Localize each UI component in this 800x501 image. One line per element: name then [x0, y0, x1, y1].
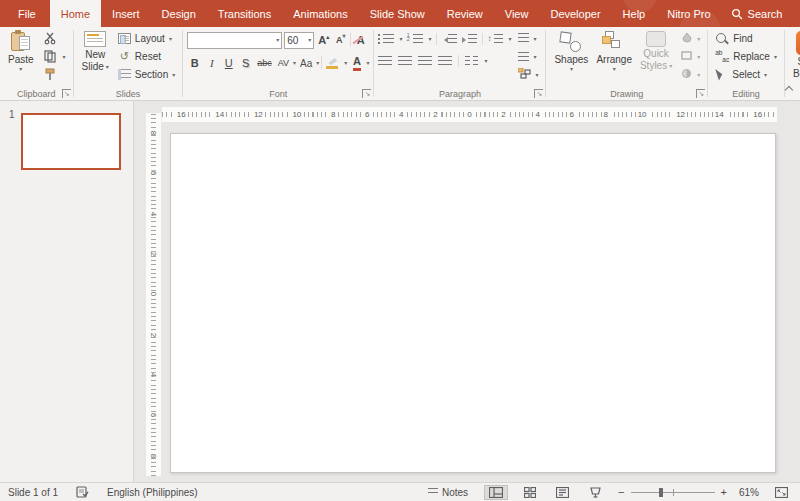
character-spacing-button[interactable]: AV	[276, 55, 291, 71]
tab-view[interactable]: View	[494, 0, 540, 27]
tab-home[interactable]: Home	[50, 0, 101, 27]
shapes-button[interactable]: Shapes ▾	[550, 30, 592, 73]
italic-button[interactable]: I	[204, 55, 219, 71]
text-direction-button[interactable]: ▾	[515, 30, 541, 47]
chevron-down-icon: ▾	[19, 66, 22, 72]
change-case-button[interactable]: Aa	[298, 55, 314, 71]
layout-button[interactable]: Layout ▾	[115, 30, 178, 47]
dialog-launcher-icon: ↘	[364, 90, 370, 97]
convert-to-smartart-button[interactable]: ▾	[515, 66, 541, 83]
slide-canvas[interactable]	[170, 133, 776, 473]
drawing-group-label: Drawing	[546, 89, 707, 99]
paste-button[interactable]: Paste ▾	[4, 30, 38, 73]
tab-insert[interactable]: Insert	[101, 0, 151, 27]
numbering-icon[interactable]	[413, 34, 423, 45]
align-text-button[interactable]: ▾	[515, 48, 541, 65]
replace-label: Replace	[733, 51, 770, 62]
slide-builder-button[interactable]: Qorus Slide Builder	[789, 30, 800, 81]
tab-developer[interactable]: Developer	[539, 0, 611, 27]
zoom-level[interactable]: 61%	[739, 487, 759, 498]
font-dialog-launcher[interactable]: ↘	[362, 89, 371, 98]
search-button[interactable]: Search	[722, 8, 792, 20]
drawing-dialog-launcher[interactable]: ↘	[696, 89, 705, 98]
language-indicator[interactable]: English (Philippines)	[107, 487, 198, 498]
line-spacing-icon[interactable]	[494, 34, 503, 45]
find-icon	[715, 32, 729, 46]
zoom-in-button[interactable]: +	[721, 487, 727, 497]
format-painter-button[interactable]	[40, 66, 69, 83]
tab-animations[interactable]: Animations	[282, 0, 358, 27]
section-button[interactable]: Section ▾	[115, 66, 178, 83]
strikethrough-button[interactable]: abc	[255, 55, 274, 71]
bullets-icon[interactable]	[383, 34, 394, 45]
section-icon	[118, 69, 131, 80]
shapes-label: Shapes	[554, 54, 588, 66]
vertical-ruler[interactable]: 864202468	[146, 113, 161, 476]
reset-button[interactable]: ↺ Reset	[115, 48, 178, 65]
group-slides: New Slide▾ Layout ▾ ↺ Reset Section ▾	[74, 27, 183, 100]
clipboard-dialog-launcher[interactable]: ↘	[62, 89, 71, 98]
font-name-combobox[interactable]: ▾	[187, 32, 282, 49]
align-text-icon	[518, 52, 529, 61]
select-button[interactable]: Select ▾	[712, 66, 780, 83]
shape-fill-button[interactable]: ▾	[678, 30, 703, 47]
notes-button[interactable]: Notes	[424, 486, 472, 499]
notes-label: Notes	[442, 487, 468, 498]
horizontal-ruler[interactable]: 1614121086420246810121416	[162, 107, 777, 122]
quick-styles-label-2: Styles	[640, 60, 667, 72]
slide-thumbnail-1[interactable]	[21, 113, 121, 170]
fit-to-window-button[interactable]	[771, 486, 792, 499]
normal-view-button[interactable]	[484, 485, 508, 500]
increase-font-size-button[interactable]: A▴	[316, 32, 331, 48]
bold-button[interactable]: B	[187, 55, 202, 71]
status-bar: Slide 1 of 1 English (Philippines) Notes	[0, 482, 800, 501]
decrease-indent-icon[interactable]	[448, 34, 457, 45]
slide-thumbnail-panel: 1	[0, 101, 134, 482]
font-size-combobox[interactable]: 60 ▾	[284, 32, 314, 49]
replace-button[interactable]: abac Replace ▾	[712, 48, 780, 65]
zoom-out-button[interactable]: −	[618, 487, 624, 497]
justify-icon[interactable]	[438, 56, 452, 67]
slide-sorter-view-button[interactable]	[520, 486, 540, 499]
shape-outline-button[interactable]: ▾	[678, 48, 703, 65]
increase-indent-icon[interactable]	[468, 34, 477, 45]
tab-review[interactable]: Review	[436, 0, 494, 27]
paragraph-dialog-launcher[interactable]: ↘	[534, 89, 543, 98]
clear-formatting-button[interactable]: A	[353, 32, 368, 48]
down-arrow-icon: ▾	[342, 33, 345, 39]
paste-icon	[11, 31, 30, 53]
underline-button[interactable]: U	[221, 55, 236, 71]
align-left-icon[interactable]	[378, 56, 392, 67]
align-right-icon[interactable]	[418, 56, 432, 67]
tab-transitions[interactable]: Transitions	[207, 0, 282, 27]
proofing-icon[interactable]	[72, 485, 93, 499]
arrange-button[interactable]: Arrange ▾	[592, 30, 636, 73]
zoom-slider-track[interactable]	[631, 492, 715, 493]
chevron-down-icon: ▾	[774, 54, 777, 60]
tab-design[interactable]: Design	[151, 0, 207, 27]
tab-nitro-pro[interactable]: Nitro Pro	[656, 0, 721, 27]
new-slide-button[interactable]: New Slide▾	[78, 30, 113, 74]
decrease-font-size-button[interactable]: A▾	[333, 32, 348, 48]
chevron-down-icon: ▾	[484, 58, 487, 64]
share-button[interactable]: Share	[795, 8, 800, 20]
section-label: Section	[135, 69, 168, 80]
columns-icon[interactable]	[465, 56, 478, 67]
cut-button[interactable]	[40, 30, 69, 47]
font-color-button[interactable]: A	[349, 55, 364, 71]
copy-button[interactable]: ▾	[40, 48, 69, 65]
slides-group-label: Slides	[74, 89, 183, 99]
tab-file[interactable]: File	[4, 0, 50, 27]
zoom-slider-thumb[interactable]	[659, 488, 663, 497]
slide-show-button[interactable]	[585, 486, 606, 499]
shape-effects-button[interactable]: ▾	[678, 66, 703, 83]
tab-slide-show[interactable]: Slide Show	[359, 0, 436, 27]
text-shadow-button[interactable]: S	[238, 55, 253, 71]
find-button[interactable]: Find	[712, 30, 780, 47]
ribbon-tab-bar: File Home Insert Design Transitions Anim…	[0, 0, 800, 27]
align-center-icon[interactable]	[398, 56, 412, 67]
tab-help[interactable]: Help	[612, 0, 657, 27]
quick-styles-button[interactable]: Quick Styles▾	[636, 30, 676, 73]
reading-view-button[interactable]	[552, 486, 573, 499]
text-highlight-color-button[interactable]	[324, 55, 342, 71]
